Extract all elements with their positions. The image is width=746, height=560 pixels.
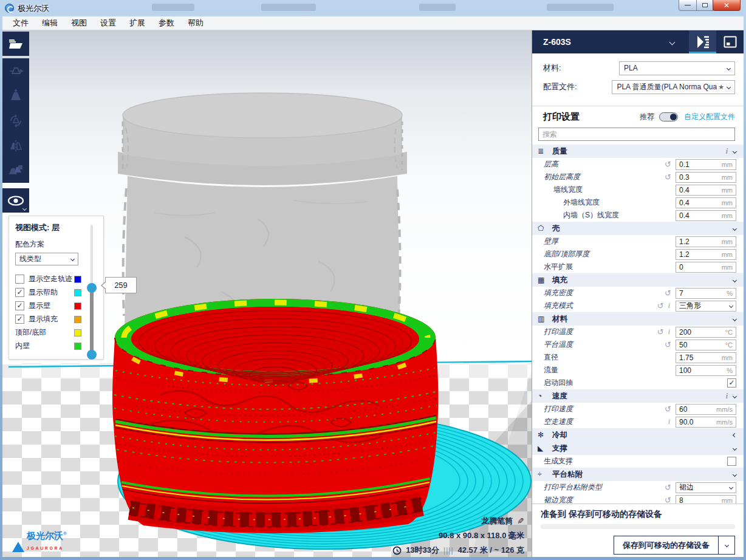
setting-select[interactable]: 三角形 [676, 301, 736, 312]
color-swatch [74, 302, 81, 310]
info-icon[interactable]: i [668, 301, 670, 310]
chevron-down-icon[interactable] [733, 316, 737, 321]
section-header-cooling[interactable]: ✻冷却 [532, 428, 744, 442]
reset-icon[interactable]: ↺ [657, 302, 664, 310]
info-icon[interactable]: i [726, 147, 728, 156]
setting-input[interactable]: 50°C [676, 340, 736, 350]
open-file-button[interactable] [2, 32, 29, 56]
setting-input[interactable]: 1.2mm [676, 236, 736, 247]
setting-input[interactable]: 90.0mm/s [676, 417, 736, 428]
setting-input[interactable]: 0.3mm [676, 172, 736, 183]
section-header-adhesion[interactable]: ÷平台粘附 [532, 468, 744, 481]
setting-input[interactable]: 0.4mm [676, 197, 736, 208]
reset-icon[interactable]: ↺ [665, 290, 671, 297]
section-header-material[interactable]: ▥材料 [532, 312, 744, 326]
chevron-down-icon[interactable] [733, 394, 737, 398]
per-model-settings-button[interactable] [2, 158, 29, 183]
reset-icon[interactable]: ↺ [665, 406, 671, 413]
chevron-down-icon[interactable] [733, 149, 737, 153]
layer-slider-bottom-handle[interactable] [87, 350, 97, 360]
reset-icon[interactable]: ↺ [665, 341, 671, 349]
custom-profile-link[interactable]: 自定义配置文件 [684, 112, 735, 122]
chevron-left-icon[interactable] [733, 432, 737, 437]
setting-input[interactable]: 100% [676, 365, 736, 376]
reset-icon[interactable]: ↺ [665, 497, 671, 504]
layer-slider-top-handle[interactable] [87, 283, 97, 293]
chevron-down-icon[interactable] [733, 278, 737, 282]
setting-checkbox[interactable]: ✓ [727, 378, 736, 388]
recommended-custom-toggle[interactable] [659, 112, 678, 121]
tab-prepare-slice[interactable] [689, 30, 716, 53]
reset-icon[interactable]: ↺ [665, 161, 671, 168]
section-header-support[interactable]: ◣支撑 [532, 442, 744, 455]
legend-checkbox[interactable]: ✓ [15, 301, 24, 310]
print-time: 13时33分 [406, 545, 439, 556]
setting-row: 内墙（S）线宽度0.4mm [532, 209, 744, 222]
move-tool-button[interactable] [2, 58, 29, 83]
menu-item[interactable]: 参数 [152, 16, 181, 30]
profile-select[interactable]: PLA 普通质量(PLA Norma Qua ★ [612, 80, 735, 94]
material-select[interactable]: PLA [619, 61, 735, 75]
setting-checkbox[interactable] [727, 457, 736, 466]
chevron-down-icon[interactable] [733, 226, 737, 230]
reset-icon[interactable]: ↺ [657, 329, 664, 336]
tab-monitor[interactable] [716, 30, 744, 53]
layer-slider[interactable] [87, 225, 97, 357]
setting-input[interactable]: 7% [676, 288, 736, 299]
save-to-removable-button[interactable]: 保存到可移动的存储设备 [614, 536, 718, 554]
close-button[interactable]: ✕ [713, 0, 741, 11]
info-icon[interactable]: i [668, 417, 670, 426]
legend-checkbox[interactable] [15, 275, 24, 284]
layer-value-tooltip: 259 [105, 277, 137, 293]
unit-label: mm [722, 161, 733, 168]
scale-tool-button[interactable] [2, 83, 29, 108]
legend-label: 显示帮助 [29, 287, 74, 298]
setting-input[interactable]: 0.1mm [676, 159, 736, 170]
legend-checkbox[interactable]: ✓ [15, 315, 24, 324]
menu-item[interactable]: 文件 [6, 16, 35, 30]
save-options-dropdown[interactable] [718, 536, 734, 554]
chevron-down-icon[interactable] [733, 446, 737, 450]
setting-row: 初始层高度↺0.3mm [532, 171, 744, 183]
setting-input[interactable]: 1.75mm [676, 352, 736, 363]
reset-icon[interactable]: ↺ [665, 484, 671, 491]
reset-icon[interactable]: ↺ [665, 174, 671, 181]
menu-item[interactable]: 编辑 [35, 16, 64, 30]
section-label: 质量 [552, 146, 726, 157]
setting-input[interactable]: 8mm [676, 495, 736, 504]
menu-item[interactable]: 扩展 [123, 16, 152, 30]
setting-input[interactable]: 60mm/s [676, 404, 736, 415]
setting-input[interactable]: 0.4mm [676, 185, 736, 196]
setting-input[interactable]: 0mm [676, 262, 736, 273]
mirror-tool-button[interactable] [2, 133, 29, 158]
maximize-button[interactable] [696, 0, 713, 11]
rotate-tool-button[interactable] [2, 108, 29, 133]
view-mode-button[interactable] [2, 188, 29, 213]
printer-name[interactable]: Z-603S [532, 37, 670, 47]
search-input[interactable] [538, 128, 735, 141]
setting-input[interactable]: 0.4mm [676, 210, 736, 221]
color-scheme-select[interactable]: 线类型 [15, 253, 78, 265]
viewport: 视图模式: 层 配色方案 线类型 显示空走轨迹✓显示帮助✓显示壁✓显示填充顶部/… [2, 30, 532, 557]
setting-select[interactable]: 裙边 [676, 482, 736, 493]
section-header-speed[interactable]: ◔速度i [532, 389, 744, 403]
edit-name-icon[interactable]: ✎ [517, 516, 524, 526]
section-header-infill[interactable]: ▦填充 [532, 273, 744, 287]
chevron-down-icon [22, 207, 27, 211]
section-header-quality[interactable]: ≣质量i [532, 145, 744, 158]
sliced-model [112, 299, 438, 533]
support-icon: ◣ [538, 444, 549, 452]
info-icon[interactable]: i [668, 327, 670, 336]
minimize-button[interactable]: — [679, 0, 697, 11]
setting-input[interactable]: 1.2mm [676, 249, 736, 260]
legend-checkbox[interactable]: ✓ [15, 288, 24, 297]
menu-item[interactable]: 帮助 [181, 16, 210, 30]
setting-input[interactable]: 200°C [676, 327, 736, 338]
legend-row: 顶部/底部 [15, 326, 98, 339]
info-icon[interactable]: i [726, 392, 728, 401]
chevron-down-icon[interactable] [669, 39, 676, 45]
menu-item[interactable]: 设置 [94, 16, 123, 30]
chevron-down-icon[interactable] [733, 472, 737, 476]
menu-item[interactable]: 视图 [64, 16, 94, 30]
section-header-shell[interactable]: ⬠壳 [532, 222, 744, 235]
